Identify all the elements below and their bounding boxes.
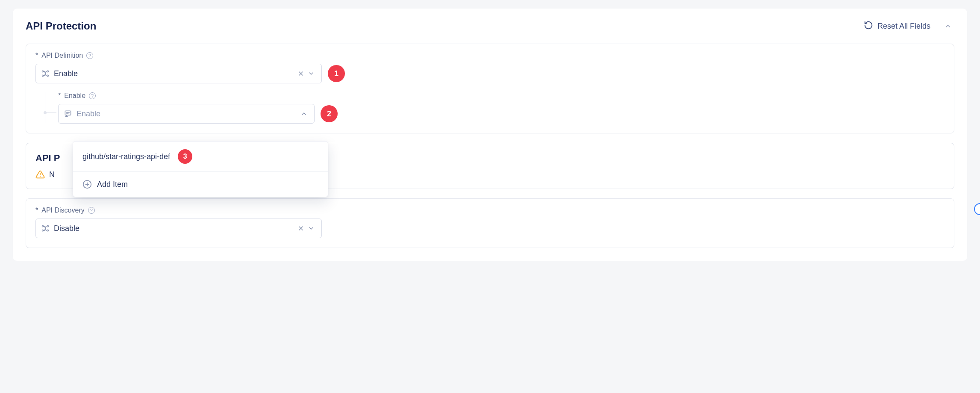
help-floating-button[interactable] [974,203,980,215]
enable-sub-label-row: * Enable ? [58,92,945,100]
dropdown-add-item[interactable]: Add Item [73,172,328,197]
dropdown-option-label: github/star-ratings-api-def [82,152,170,161]
reset-icon [864,21,873,32]
routing-icon [41,69,50,78]
svg-rect-6 [65,111,71,115]
help-icon[interactable]: ? [88,207,95,214]
api-discovery-label: API Discovery [41,207,84,214]
api-definition-value: Enable [54,69,296,78]
enable-sub-placeholder: Enable [77,109,299,118]
api-discovery-panel: * API Discovery ? Disable [26,198,954,248]
help-icon[interactable]: ? [89,92,96,99]
enable-sub-select[interactable]: Enable [58,104,315,124]
collapse-section-button[interactable] [942,20,954,33]
enable-dropdown-popover: github/star-ratings-api-def 3 Add Item [73,141,328,197]
page-title: API Protection [26,20,96,32]
required-asterisk: * [35,52,38,59]
reset-label: Reset All Fields [877,22,930,31]
api-discovery-select[interactable]: Disable [35,219,322,238]
clear-icon[interactable] [296,68,306,79]
api-discovery-select-wrap: Disable [35,219,945,238]
api-definition-select[interactable]: Enable [35,64,322,83]
enable-sub-label: Enable [64,92,85,100]
enable-sub-select-wrap: Enable 2 [58,104,945,124]
annotation-badge-3: 3 [178,149,192,164]
dropdown-option-api-def[interactable]: github/star-ratings-api-def 3 [73,142,328,172]
enable-subtree: * Enable ? Enable 2 [45,92,945,124]
annotation-badge-2: 2 [321,105,338,122]
header-actions: Reset All Fields [864,20,954,33]
clear-icon[interactable] [296,223,306,233]
api-rules-panel-title: API P [35,153,61,164]
routing-icon [41,224,50,233]
help-icon[interactable]: ? [86,52,93,59]
reset-all-fields-button[interactable]: Reset All Fields [864,21,930,32]
api-definition-panel: * API Definition ? Enable 1 * [26,44,954,133]
api-protection-container: API Protection Reset All Fields * API De… [13,9,967,261]
dropdown-add-item-label: Add Item [97,180,128,189]
chevron-down-icon[interactable] [306,68,316,79]
chevron-down-icon[interactable] [306,223,316,233]
plus-circle-icon [82,180,92,189]
api-definition-select-wrap: Enable 1 [35,64,945,83]
form-icon [64,109,72,118]
header-row: API Protection Reset All Fields [26,20,954,33]
chevron-up-icon[interactable] [299,109,309,119]
api-rules-notice-text: N [49,170,57,179]
required-asterisk: * [58,92,61,100]
api-definition-label: API Definition [41,52,83,59]
warning-icon [35,170,45,179]
api-discovery-value: Disable [54,224,296,233]
api-definition-label-row: * API Definition ? [35,52,945,59]
annotation-badge-1: 1 [328,65,345,82]
required-asterisk: * [35,207,38,214]
api-discovery-label-row: * API Discovery ? [35,207,945,214]
